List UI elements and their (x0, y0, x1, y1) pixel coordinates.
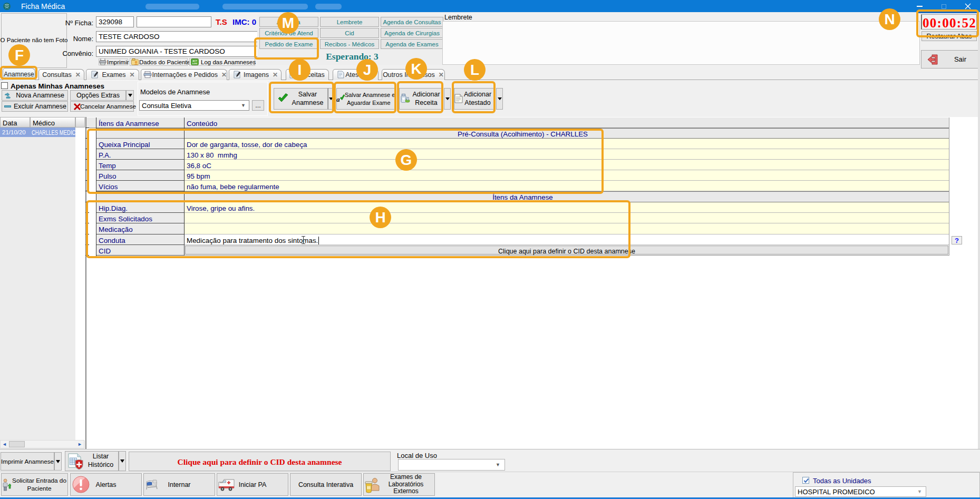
svg-text:ACT: ACT (192, 60, 197, 62)
svg-text:LOG: LOG (192, 62, 197, 65)
